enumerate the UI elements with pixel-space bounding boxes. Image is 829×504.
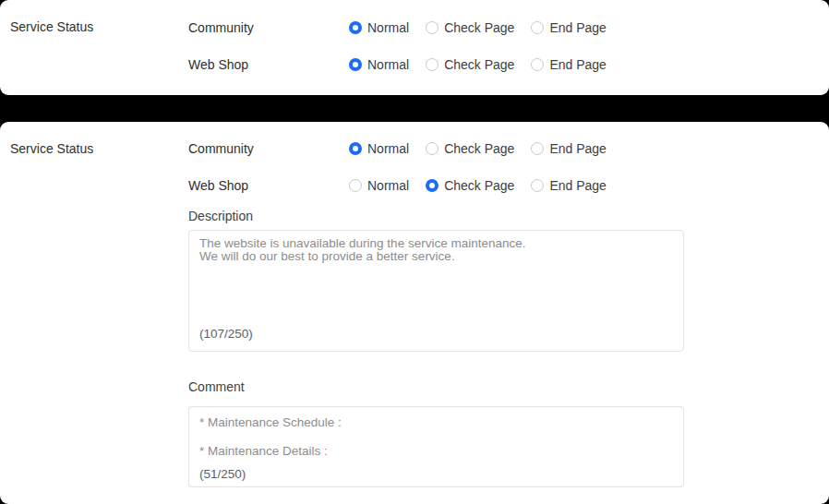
radio-unselected-icon[interactable] [426, 58, 439, 71]
web-shop-radio-group: Normal Check Page End Page [349, 178, 607, 193]
community-row: Community Normal Check Page End Page [188, 9, 684, 46]
radio-label: Check Page [444, 20, 514, 35]
radio-label: End Page [549, 20, 607, 35]
radio-unselected-icon[interactable] [426, 21, 439, 34]
radio-label: End Page [549, 57, 607, 72]
radio-option-end-page[interactable]: End Page [531, 178, 607, 193]
screen: Service Status Community Normal Check Pa… [0, 0, 829, 504]
radio-option-check-page[interactable]: Check Page [426, 20, 514, 35]
radio-option-end-page[interactable]: End Page [531, 57, 607, 72]
service-status-panel-top: Service Status Community Normal Check Pa… [0, 0, 829, 95]
radio-option-check-page[interactable]: Check Page [426, 178, 514, 193]
radio-selected-icon[interactable] [426, 179, 439, 192]
web-shop-row: Web Shop Normal Check Page End Page [188, 167, 684, 204]
radio-label: Normal [367, 57, 409, 72]
radio-option-check-page[interactable]: Check Page [426, 57, 514, 72]
web-shop-radio-group: Normal Check Page End Page [349, 57, 607, 72]
radio-option-normal[interactable]: Normal [349, 57, 409, 72]
community-row: Community Normal Check Page End Page [188, 130, 684, 167]
field-label-community: Community [188, 141, 349, 156]
radio-option-end-page[interactable]: End Page [531, 141, 607, 156]
description-char-counter: (107/250) [199, 328, 253, 341]
form-column: Community Normal Check Page End Page [188, 130, 684, 487]
radio-label: Check Page [444, 57, 514, 72]
radio-unselected-icon[interactable] [531, 21, 544, 34]
form-column: Community Normal Check Page End Page [188, 9, 684, 83]
radio-selected-icon[interactable] [349, 142, 362, 155]
radio-option-normal[interactable]: Normal [349, 20, 409, 35]
radio-option-normal[interactable]: Normal [349, 178, 409, 193]
radio-selected-icon[interactable] [349, 21, 362, 34]
radio-option-check-page[interactable]: Check Page [426, 141, 514, 156]
comment-text-line: * Maintenance Details : [199, 445, 673, 458]
radio-label: Check Page [444, 141, 514, 156]
section-title: Service Status [10, 141, 93, 156]
radio-unselected-icon[interactable] [531, 142, 544, 155]
web-shop-row: Web Shop Normal Check Page End Page [188, 46, 684, 83]
description-label: Description [188, 208, 684, 224]
radio-option-normal[interactable]: Normal [349, 141, 409, 156]
field-label-web-shop: Web Shop [188, 178, 349, 193]
radio-unselected-icon[interactable] [531, 179, 544, 192]
radio-label: End Page [549, 178, 607, 193]
radio-label: Check Page [444, 178, 514, 193]
comment-textarea[interactable]: * Maintenance Schedule : * Maintenance D… [188, 406, 684, 487]
radio-unselected-icon[interactable] [531, 58, 544, 71]
description-textarea[interactable]: The website is unavailable during the se… [188, 230, 684, 352]
radio-unselected-icon[interactable] [426, 142, 439, 155]
radio-unselected-icon[interactable] [349, 179, 362, 192]
radio-label: End Page [549, 141, 607, 156]
description-text-line: We will do our best to provide a better … [199, 250, 673, 263]
field-label-community: Community [188, 20, 349, 35]
community-radio-group: Normal Check Page End Page [349, 141, 607, 156]
comment-label: Comment [188, 378, 684, 395]
comment-text-line: * Maintenance Schedule : [199, 416, 673, 429]
section-title: Service Status [10, 19, 93, 34]
field-label-web-shop: Web Shop [188, 57, 349, 72]
radio-selected-icon[interactable] [349, 58, 362, 71]
radio-label: Normal [367, 178, 409, 193]
description-text-line: The website is unavailable during the se… [199, 237, 673, 250]
service-status-panel-bottom: Service Status Community Normal Check Pa… [0, 122, 829, 504]
community-radio-group: Normal Check Page End Page [349, 20, 607, 35]
comment-char-counter: (51/250) [199, 468, 673, 481]
radio-label: Normal [367, 20, 409, 35]
radio-label: Normal [367, 141, 409, 156]
radio-option-end-page[interactable]: End Page [531, 20, 607, 35]
